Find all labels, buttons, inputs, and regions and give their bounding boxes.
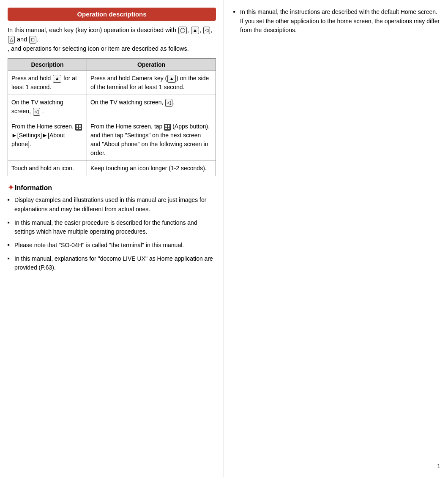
back-key-icon-row2: ◁ [33, 108, 40, 116]
table-cell-op-4: Keep touching an icon longer (1-2 second… [87, 161, 216, 176]
intro-text-2: , and operations for selecting icon or i… [8, 45, 189, 52]
operations-table: Description Operation Press and hold ▲ f… [8, 58, 216, 176]
camera-key-icon-row1: ▲ [53, 75, 61, 83]
table-header-description: Description [8, 59, 87, 71]
intro-paragraph: In this manual, each key (key icon) oper… [8, 26, 216, 53]
table-cell-desc-1: Press and hold ▲ for at least 1 second. [8, 71, 87, 95]
table-cell-op-1: Press and hold Camera key (▲) on the sid… [87, 71, 216, 95]
table-row: From the Home screen, ►[Settings]►[About… [8, 119, 216, 161]
menu-key-icon: ◻ [29, 36, 36, 43]
table-row: Touch and hold an icon. Keep touching an… [8, 161, 216, 176]
back-key-icon: ◁ [203, 27, 210, 34]
back-key-icon-op2: ◁ [165, 99, 172, 107]
power-key-icon: ◯ [178, 27, 187, 34]
page-number: 1 [437, 463, 440, 469]
table-cell-op-2: On the TV watching screen, ◁. [87, 95, 216, 119]
home-key-icon: △ [8, 36, 15, 43]
left-column: Operation descriptions In this manual, e… [0, 0, 224, 477]
right-bullet-1: In this manual, the instructions are des… [233, 8, 440, 35]
information-section: ✦Information Display examples and illust… [8, 183, 216, 273]
table-cell-desc-3: From the Home screen, ►[Settings]►[About… [8, 119, 87, 161]
and-text: and [17, 36, 27, 43]
information-list: Display examples and illustrations used … [8, 196, 216, 273]
table-row: Press and hold ▲ for at least 1 second. … [8, 71, 216, 95]
table-cell-desc-4: Touch and hold an icon. [8, 161, 87, 176]
table-cell-op-3: From the Home screen, tap (Apps button),… [87, 119, 216, 161]
table-header-operation: Operation [87, 59, 216, 71]
section-title: Operation descriptions [8, 8, 216, 21]
right-column: In this manual, the instructions are des… [224, 0, 448, 477]
list-item: Display examples and illustrations used … [8, 196, 216, 214]
list-item: Please note that "SO-04H" is called "the… [8, 241, 216, 250]
intro-text-1: In this manual, each key (key icon) oper… [8, 27, 176, 33]
information-heading: ✦Information [8, 183, 216, 192]
table-row: On the TV watching screen, ◁ . On the TV… [8, 95, 216, 119]
table-cell-desc-2: On the TV watching screen, ◁ . [8, 95, 87, 119]
diamond-icon: ✦ [8, 183, 14, 192]
camera-key-icon-op1: ▲ [167, 75, 176, 83]
list-item: In this manual, explanations for "docomo… [8, 254, 216, 273]
list-item: In this manual, the easier procedure is … [8, 218, 216, 237]
camera-key-icon: ▲ [191, 27, 199, 34]
